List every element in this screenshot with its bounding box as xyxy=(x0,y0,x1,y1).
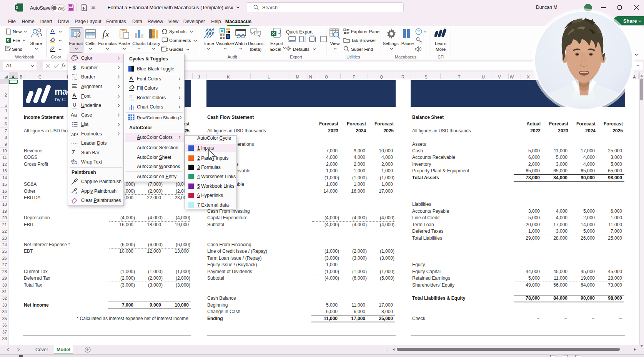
svg-text:ab: ab xyxy=(71,159,76,163)
svg-text:?: ? xyxy=(417,29,419,34)
svg-text:A: A xyxy=(130,75,133,81)
svg-text:fx: fx xyxy=(102,28,110,39)
svg-text:U: U xyxy=(73,102,76,108)
svg-text:A: A xyxy=(73,92,77,98)
svg-text:A: A xyxy=(51,28,54,33)
svg-text:by C: by C xyxy=(55,97,66,102)
